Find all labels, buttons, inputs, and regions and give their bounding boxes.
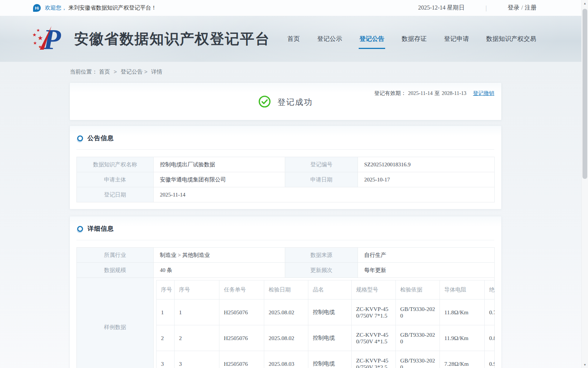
cell: GB/T9330-2020: [396, 300, 440, 325]
main-content: 当前位置： 首页 > 登记公告 > 详情 登记有效期： 2025-11-14 至…: [0, 62, 582, 368]
cell: 1: [175, 300, 219, 325]
svg-text:★: ★: [33, 40, 37, 46]
section-divider: [76, 240, 494, 240]
breadcrumb-current: 详情: [151, 68, 162, 75]
cell: H2505076: [219, 351, 264, 368]
validity-start-date: 2025-11-14: [408, 90, 433, 96]
nav-item-registration-publicity[interactable]: 登记公示: [317, 16, 342, 62]
cell: 11.8Ω/Km: [440, 300, 485, 325]
svg-text:★: ★: [32, 32, 37, 38]
field-label: 样例数据: [77, 278, 154, 368]
topbar-divider: |: [485, 5, 487, 11]
table-row: 数据知识产权名称 控制电缆出厂试验数据 登记编号 SZ2025120018316…: [77, 157, 495, 172]
nav-item-registration-announcement[interactable]: 登记公告: [359, 16, 384, 62]
breadcrumb-home[interactable]: 首页: [99, 68, 110, 75]
field-label: 登记日期: [77, 187, 154, 202]
detail-table: 所属行业 制造业 > 其他制造业 数据来源 自行生产 数据规模 40 条 更新频…: [76, 247, 495, 368]
field-value: 40 条: [154, 263, 285, 278]
section-ring-icon: [77, 226, 83, 232]
cell: 0.8: [485, 325, 495, 351]
nav-item-registration-apply[interactable]: 登记申请: [444, 16, 469, 62]
field-label: 数据规模: [77, 263, 154, 278]
detail-info-card: 详细信息 所属行业 制造业 > 其他制造业 数据来源 自行生产 数据规模 40 …: [70, 216, 501, 368]
sample-table-clip: 序号 序号 任务单号 检验日期 品名 规格型号 检验依据 导体电阻 绝缘电阻: [156, 280, 495, 368]
field-value: 2025-10-17: [358, 172, 495, 187]
cell: 2025.08.03: [264, 351, 308, 368]
field-value: 自行生产: [358, 248, 495, 263]
nav-item-home[interactable]: 首页: [287, 16, 300, 62]
scroll-up-icon[interactable]: ▲: [582, 0, 588, 6]
sample-header-row: 序号 序号 任务单号 检验日期 品名 规格型号 检验依据 导体电阻 绝缘电阻: [157, 280, 495, 300]
topbar-right: 2025-12-14 星期日 | 登录/注册: [418, 4, 537, 12]
validity-joiner: 至: [434, 90, 440, 97]
breadcrumb: 当前位置： 首页 > 登记公告 > 详情: [70, 68, 582, 75]
column-header: 检验日期: [264, 280, 308, 300]
cell: 11.9Ω/Km: [440, 325, 485, 351]
validity-label: 登记有效期：: [374, 90, 406, 97]
register-link[interactable]: 注册: [525, 4, 537, 11]
scrollbar-thumb[interactable]: [582, 9, 587, 179]
detail-section-header: 详细信息: [76, 224, 494, 233]
welcome-highlight: 欢迎您，: [45, 4, 67, 11]
field-value: 制造业 > 其他制造业: [154, 248, 285, 263]
auth-links: 登录/注册: [508, 4, 537, 12]
site-header: P ★ ★ ★ ★ ★ 安徽省数据知识产权登记平台 首页 登记公示 登记公告 数…: [0, 16, 582, 62]
welcome-area: Hi 欢迎您， 来到安徽省数据知识产权登记平台！: [33, 4, 157, 12]
topbar: Hi 欢迎您， 来到安徽省数据知识产权登记平台！ 2025-12-14 星期日 …: [0, 0, 582, 16]
section-ring-icon: [77, 135, 83, 141]
status-text: 登记成功: [277, 97, 313, 108]
breadcrumb-section[interactable]: 登记公告: [121, 68, 143, 75]
cell: 3: [175, 351, 219, 368]
current-date: 2025-12-14 星期日: [418, 4, 465, 12]
sample-data-table: 序号 序号 任务单号 检验日期 品名 规格型号 检验依据 导体电阻 绝缘电阻: [156, 280, 495, 368]
cell: 0.9: [485, 351, 495, 368]
cell: 2025.08.02: [264, 325, 308, 351]
detail-section-title: 详细信息: [87, 224, 114, 233]
svg-text:★: ★: [38, 45, 42, 49]
cell: GB/T9330-2020: [396, 325, 440, 351]
cell: ZC-KVVP-450/750V 7*1.5: [352, 300, 396, 325]
field-value: 控制电缆出厂试验数据: [154, 157, 285, 172]
field-label: 申请日期: [285, 172, 358, 187]
hi-badge-icon: Hi: [33, 4, 41, 12]
registration-validity: 登记有效期： 2025-11-14 至 2028-11-13 登记撤销: [374, 90, 494, 97]
vertical-scrollbar[interactable]: ▲ ▼: [581, 0, 588, 368]
field-label: 登记编号: [285, 157, 358, 172]
column-header: 规格型号: [352, 280, 396, 300]
login-link[interactable]: 登录: [508, 4, 520, 11]
cell: 2: [175, 325, 219, 351]
scroll-down-icon[interactable]: ▼: [582, 362, 588, 368]
svg-text:★: ★: [37, 35, 43, 42]
cell: 2: [157, 325, 175, 351]
registration-status-banner: 登记有效期： 2025-11-14 至 2028-11-13 登记撤销 登记成功: [70, 83, 501, 120]
table-row: 所属行业 制造业 > 其他制造业 数据来源 自行生产: [77, 248, 495, 263]
section-divider: [76, 149, 494, 150]
nav-item-data-ip-trade[interactable]: 数据知识产权交易: [486, 16, 536, 62]
sample-row: 3 3 H2505076 2025.08.03 控制电缆 ZC-KVVP-450…: [157, 351, 495, 368]
site-logo-icon: P ★ ★ ★ ★ ★: [32, 25, 66, 53]
announcement-table: 数据知识产权名称 控制电缆出厂试验数据 登记编号 SZ2025120018316…: [76, 157, 495, 202]
table-row: 申请主体 安徽华通电缆集团有限公司 申请日期 2025-10-17: [77, 172, 495, 187]
cell: 控制电缆: [308, 300, 352, 325]
table-row: 登记日期 2025-11-14: [77, 187, 495, 202]
sample-data-cell: 序号 序号 任务单号 检验日期 品名 规格型号 检验依据 导体电阻 绝缘电阻: [154, 278, 495, 368]
nav-item-data-deposit[interactable]: 数据存证: [402, 16, 427, 62]
field-label: 数据来源: [285, 248, 358, 263]
field-value: 安徽华通电缆集团有限公司: [154, 172, 285, 187]
field-label: 申请主体: [77, 172, 154, 187]
field-value: SZ2025120018316.9: [358, 157, 495, 172]
main-nav: 首页 登记公示 登记公告 数据存证 登记申请 数据知识产权交易: [287, 16, 536, 62]
sample-row: 2 2 H2505076 2025.08.02 控制电缆 ZC-KVVP-450…: [157, 325, 495, 351]
revoke-registration-link[interactable]: 登记撤销: [473, 90, 494, 97]
column-header: 序号: [175, 280, 219, 300]
field-label: 更新频次: [285, 263, 358, 278]
field-value: 2025-11-14: [154, 187, 495, 202]
site-title: 安徽省数据知识产权登记平台: [74, 29, 270, 49]
page: Hi 欢迎您， 来到安徽省数据知识产权登记平台！ 2025-12-14 星期日 …: [0, 0, 588, 368]
svg-text:★: ★: [36, 28, 40, 32]
column-header: 序号: [157, 280, 175, 300]
cell: GB/T9330-2020: [396, 351, 440, 368]
column-header: 导体电阻: [440, 280, 485, 300]
announcement-info-card: 公告信息 数据知识产权名称 控制电缆出厂试验数据 登记编号 SZ20251200…: [70, 126, 501, 209]
cell: 0.7: [485, 300, 495, 325]
